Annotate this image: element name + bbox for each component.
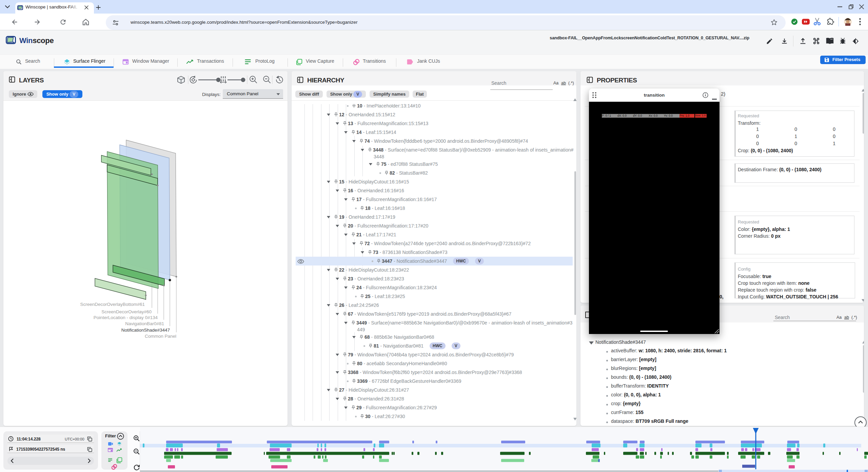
- svg-text:NavigationBar0#81: NavigationBar0#81: [125, 321, 164, 326]
- svg-text:Common Panel: Common Panel: [145, 334, 176, 339]
- svg-text:ScreenDecorOverlayBottom#61: ScreenDecorOverlayBottom#61: [80, 302, 145, 307]
- svg-text:NotificationShade#3447: NotificationShade#3447: [121, 328, 170, 333]
- svg-text:ScreenDecorOverlay#60: ScreenDecorOverlay#60: [101, 309, 152, 314]
- svg-text:PointerLocation - display 0#13: PointerLocation - display 0#134: [94, 315, 158, 320]
